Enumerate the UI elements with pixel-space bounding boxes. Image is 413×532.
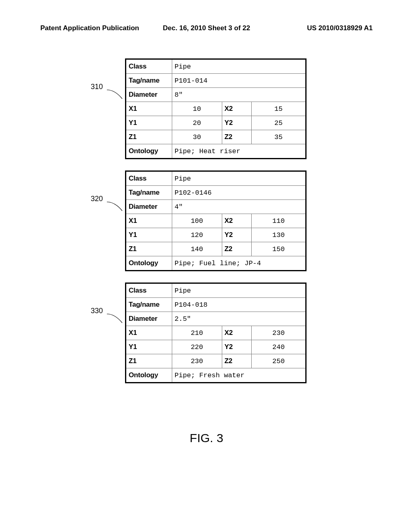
row-diameter-label: Diameter	[126, 88, 172, 102]
ref-320: 320	[91, 195, 103, 203]
z1-label: Z1	[126, 130, 172, 144]
x2-val: 110	[252, 214, 306, 228]
leader-line-icon	[106, 87, 124, 101]
row-class-label: Class	[126, 283, 172, 298]
table-330: Class Pipe Tag/name P104-018 Diameter 2.…	[125, 283, 307, 383]
z1-label: Z1	[126, 354, 172, 368]
z1-val: 230	[172, 354, 222, 368]
row-class-label: Class	[126, 171, 172, 186]
z2-label: Z2	[222, 354, 251, 368]
row-tagname-value: P102-0146	[172, 186, 306, 200]
z2-label: Z2	[222, 130, 251, 144]
x2-label: X2	[222, 326, 251, 340]
row-diameter-label: Diameter	[126, 312, 172, 326]
z2-val: 35	[252, 130, 306, 144]
ontology-val: Pipe; Fuel line; JP-4	[172, 256, 306, 271]
z1-label: Z1	[126, 242, 172, 256]
x2-label: X2	[222, 102, 251, 116]
y1-label: Y1	[126, 228, 172, 242]
y2-label: Y2	[222, 340, 251, 354]
z2-val: 250	[252, 354, 306, 368]
row-tagname-label: Tag/name	[126, 298, 172, 312]
leader-line-icon	[106, 312, 124, 325]
row-tagname-value: P101-014	[172, 74, 306, 88]
y2-val: 25	[252, 116, 306, 130]
ref-330: 330	[91, 307, 103, 315]
y2-val: 240	[252, 340, 306, 354]
ontology-label: Ontology	[126, 368, 172, 383]
x1-val: 10	[172, 102, 222, 116]
block-320: 320 Class Pipe Tag/name P102-0146 Diamet…	[91, 170, 307, 271]
y1-val: 120	[172, 228, 222, 242]
figure-caption: FIG. 3	[0, 431, 413, 445]
block-330: 330 Class Pipe Tag/name P104-018 Diamete…	[91, 283, 307, 383]
block-310: 310 Class Pipe Tag/name P101-014 Diamete…	[91, 58, 307, 159]
z2-label: Z2	[222, 242, 251, 256]
row-diameter-value: 2.5"	[172, 312, 306, 326]
ontology-label: Ontology	[126, 256, 172, 271]
ontology-val: Pipe; Fresh water	[172, 368, 306, 383]
z1-val: 140	[172, 242, 222, 256]
y1-label: Y1	[126, 116, 172, 130]
table-320: Class Pipe Tag/name P102-0146 Diameter 4…	[125, 170, 307, 271]
row-class-value: Pipe	[172, 59, 306, 74]
row-tagname-label: Tag/name	[126, 186, 172, 200]
ontology-label: Ontology	[126, 144, 172, 159]
z2-val: 150	[252, 242, 306, 256]
row-class-value: Pipe	[172, 171, 306, 186]
row-diameter-value: 4"	[172, 200, 306, 214]
ref-310: 310	[91, 83, 103, 91]
x2-val: 15	[252, 102, 306, 116]
z1-val: 30	[172, 130, 222, 144]
x1-label: X1	[126, 102, 172, 116]
page-header: Patent Application Publication Dec. 16, …	[0, 24, 413, 32]
header-mid: Dec. 16, 2010 Sheet 3 of 22	[151, 24, 262, 32]
x1-label: X1	[126, 326, 172, 340]
y1-val: 20	[172, 116, 222, 130]
table-310: Class Pipe Tag/name P101-014 Diameter 8"…	[125, 58, 307, 159]
y2-label: Y2	[222, 116, 251, 130]
leader-line-icon	[106, 200, 124, 213]
x1-val: 210	[172, 326, 222, 340]
header-right: US 2010/0318929 A1	[262, 24, 373, 32]
figure-content: 310 Class Pipe Tag/name P101-014 Diamete…	[91, 58, 307, 395]
row-class-value: Pipe	[172, 283, 306, 298]
x2-val: 230	[252, 326, 306, 340]
ontology-val: Pipe; Heat riser	[172, 144, 306, 159]
x2-label: X2	[222, 214, 251, 228]
row-tagname-value: P104-018	[172, 298, 306, 312]
row-class-label: Class	[126, 59, 172, 74]
y1-val: 220	[172, 340, 222, 354]
row-diameter-value: 8"	[172, 88, 306, 102]
x1-label: X1	[126, 214, 172, 228]
x1-val: 100	[172, 214, 222, 228]
y1-label: Y1	[126, 340, 172, 354]
y2-val: 130	[252, 228, 306, 242]
y2-label: Y2	[222, 228, 251, 242]
row-diameter-label: Diameter	[126, 200, 172, 214]
header-left: Patent Application Publication	[40, 24, 151, 32]
row-tagname-label: Tag/name	[126, 74, 172, 88]
